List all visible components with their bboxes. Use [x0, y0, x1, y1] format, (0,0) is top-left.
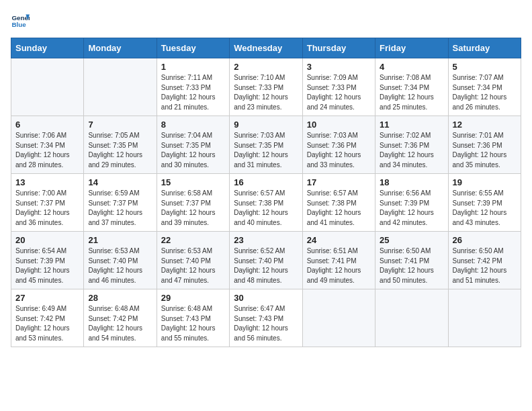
day-number: 28	[88, 293, 152, 303]
day-number: 6	[15, 120, 79, 130]
day-info: Sunrise: 6:49 AM Sunset: 7:42 PM Dayligh…	[15, 304, 79, 343]
day-info: Sunrise: 6:52 AM Sunset: 7:40 PM Dayligh…	[234, 246, 298, 285]
calendar-cell	[84, 58, 157, 116]
weekday-header-saturday: Saturday	[448, 38, 521, 58]
weekday-header-friday: Friday	[375, 38, 448, 58]
day-info: Sunrise: 6:57 AM Sunset: 7:38 PM Dayligh…	[234, 189, 298, 228]
day-info: Sunrise: 7:04 AM Sunset: 7:35 PM Dayligh…	[161, 131, 225, 170]
day-number: 1	[161, 62, 225, 72]
calendar-cell: 27Sunrise: 6:49 AM Sunset: 7:42 PM Dayli…	[11, 289, 84, 347]
calendar-cell: 21Sunrise: 6:53 AM Sunset: 7:40 PM Dayli…	[84, 232, 157, 289]
day-number: 18	[380, 177, 443, 187]
day-number: 9	[234, 120, 298, 130]
calendar-cell	[448, 289, 521, 347]
day-number: 24	[307, 235, 371, 245]
calendar-cell: 16Sunrise: 6:57 AM Sunset: 7:38 PM Dayli…	[230, 174, 302, 232]
calendar-cell: 8Sunrise: 7:04 AM Sunset: 7:35 PM Daylig…	[157, 116, 229, 174]
day-number: 23	[234, 235, 298, 245]
day-number: 19	[453, 177, 517, 187]
calendar-cell: 30Sunrise: 6:47 AM Sunset: 7:43 PM Dayli…	[230, 289, 302, 347]
day-info: Sunrise: 7:08 AM Sunset: 7:34 PM Dayligh…	[380, 73, 443, 112]
calendar-cell: 20Sunrise: 6:54 AM Sunset: 7:39 PM Dayli…	[11, 232, 84, 289]
calendar-cell: 2Sunrise: 7:10 AM Sunset: 7:33 PM Daylig…	[230, 58, 302, 116]
weekday-header-sunday: Sunday	[11, 38, 84, 58]
calendar-cell: 19Sunrise: 6:55 AM Sunset: 7:39 PM Dayli…	[448, 174, 521, 232]
day-number: 30	[234, 293, 298, 303]
calendar-cell: 14Sunrise: 6:59 AM Sunset: 7:37 PM Dayli…	[84, 174, 157, 232]
day-info: Sunrise: 7:03 AM Sunset: 7:35 PM Dayligh…	[234, 131, 298, 170]
weekday-header-wednesday: Wednesday	[230, 38, 302, 58]
calendar-cell: 11Sunrise: 7:02 AM Sunset: 7:36 PM Dayli…	[375, 116, 448, 174]
calendar-week-row: 20Sunrise: 6:54 AM Sunset: 7:39 PM Dayli…	[11, 232, 521, 289]
calendar-cell: 12Sunrise: 7:01 AM Sunset: 7:36 PM Dayli…	[448, 116, 521, 174]
day-number: 13	[15, 177, 79, 187]
calendar-cell: 4Sunrise: 7:08 AM Sunset: 7:34 PM Daylig…	[375, 58, 448, 116]
day-info: Sunrise: 6:47 AM Sunset: 7:43 PM Dayligh…	[234, 304, 298, 343]
day-number: 27	[15, 293, 79, 303]
day-info: Sunrise: 6:50 AM Sunset: 7:41 PM Dayligh…	[380, 246, 443, 285]
day-number: 15	[161, 177, 225, 187]
day-info: Sunrise: 6:48 AM Sunset: 7:43 PM Dayligh…	[161, 304, 225, 343]
calendar-week-row: 1Sunrise: 7:11 AM Sunset: 7:33 PM Daylig…	[11, 58, 521, 116]
day-number: 7	[88, 120, 152, 130]
day-number: 5	[453, 62, 517, 72]
calendar-cell: 22Sunrise: 6:53 AM Sunset: 7:40 PM Dayli…	[157, 232, 229, 289]
calendar-cell	[302, 289, 375, 347]
calendar-cell: 28Sunrise: 6:48 AM Sunset: 7:42 PM Dayli…	[84, 289, 157, 347]
logo-icon: General Blue	[11, 11, 30, 30]
day-info: Sunrise: 7:03 AM Sunset: 7:36 PM Dayligh…	[307, 131, 371, 170]
day-info: Sunrise: 7:06 AM Sunset: 7:34 PM Dayligh…	[15, 131, 79, 170]
calendar-week-row: 6Sunrise: 7:06 AM Sunset: 7:34 PM Daylig…	[11, 116, 521, 174]
calendar-cell: 13Sunrise: 7:00 AM Sunset: 7:37 PM Dayli…	[11, 174, 84, 232]
day-info: Sunrise: 6:53 AM Sunset: 7:40 PM Dayligh…	[88, 246, 152, 285]
calendar-week-row: 13Sunrise: 7:00 AM Sunset: 7:37 PM Dayli…	[11, 174, 521, 232]
day-info: Sunrise: 6:50 AM Sunset: 7:42 PM Dayligh…	[453, 246, 517, 285]
calendar-cell: 10Sunrise: 7:03 AM Sunset: 7:36 PM Dayli…	[302, 116, 375, 174]
svg-text:Blue: Blue	[11, 21, 26, 28]
day-info: Sunrise: 6:55 AM Sunset: 7:39 PM Dayligh…	[453, 189, 517, 228]
day-number: 3	[307, 62, 371, 72]
day-number: 11	[380, 120, 443, 130]
day-info: Sunrise: 6:51 AM Sunset: 7:41 PM Dayligh…	[307, 246, 371, 285]
day-info: Sunrise: 7:07 AM Sunset: 7:34 PM Dayligh…	[453, 73, 517, 112]
calendar-week-row: 27Sunrise: 6:49 AM Sunset: 7:42 PM Dayli…	[11, 289, 521, 347]
day-number: 4	[380, 62, 443, 72]
day-info: Sunrise: 6:57 AM Sunset: 7:38 PM Dayligh…	[307, 189, 371, 228]
day-number: 29	[161, 293, 225, 303]
calendar-cell: 3Sunrise: 7:09 AM Sunset: 7:33 PM Daylig…	[302, 58, 375, 116]
day-info: Sunrise: 7:10 AM Sunset: 7:33 PM Dayligh…	[234, 73, 298, 112]
day-info: Sunrise: 7:09 AM Sunset: 7:33 PM Dayligh…	[307, 73, 371, 112]
calendar-cell: 7Sunrise: 7:05 AM Sunset: 7:35 PM Daylig…	[84, 116, 157, 174]
day-number: 14	[88, 177, 152, 187]
calendar-cell: 1Sunrise: 7:11 AM Sunset: 7:33 PM Daylig…	[157, 58, 229, 116]
day-number: 10	[307, 120, 371, 130]
day-info: Sunrise: 7:00 AM Sunset: 7:37 PM Dayligh…	[15, 189, 79, 228]
day-info: Sunrise: 7:01 AM Sunset: 7:36 PM Dayligh…	[453, 131, 517, 170]
day-number: 26	[453, 235, 517, 245]
calendar-cell: 23Sunrise: 6:52 AM Sunset: 7:40 PM Dayli…	[230, 232, 302, 289]
day-number: 22	[161, 235, 225, 245]
weekday-header-monday: Monday	[84, 38, 157, 58]
day-info: Sunrise: 6:53 AM Sunset: 7:40 PM Dayligh…	[161, 246, 225, 285]
calendar-cell: 29Sunrise: 6:48 AM Sunset: 7:43 PM Dayli…	[157, 289, 229, 347]
day-number: 17	[307, 177, 371, 187]
calendar-cell: 15Sunrise: 6:58 AM Sunset: 7:37 PM Dayli…	[157, 174, 229, 232]
day-number: 16	[234, 177, 298, 187]
day-info: Sunrise: 7:11 AM Sunset: 7:33 PM Dayligh…	[161, 73, 225, 112]
weekday-header-row: SundayMondayTuesdayWednesdayThursdayFrid…	[11, 38, 521, 58]
day-number: 8	[161, 120, 225, 130]
day-number: 2	[234, 62, 298, 72]
calendar-table: SundayMondayTuesdayWednesdayThursdayFrid…	[11, 38, 521, 347]
calendar-cell: 26Sunrise: 6:50 AM Sunset: 7:42 PM Dayli…	[448, 232, 521, 289]
day-info: Sunrise: 7:02 AM Sunset: 7:36 PM Dayligh…	[380, 131, 443, 170]
calendar-cell: 25Sunrise: 6:50 AM Sunset: 7:41 PM Dayli…	[375, 232, 448, 289]
calendar-cell: 6Sunrise: 7:06 AM Sunset: 7:34 PM Daylig…	[11, 116, 84, 174]
logo: General Blue	[11, 11, 32, 30]
day-number: 12	[453, 120, 517, 130]
day-info: Sunrise: 6:59 AM Sunset: 7:37 PM Dayligh…	[88, 189, 152, 228]
calendar-cell: 18Sunrise: 6:56 AM Sunset: 7:39 PM Dayli…	[375, 174, 448, 232]
calendar-cell: 17Sunrise: 6:57 AM Sunset: 7:38 PM Dayli…	[302, 174, 375, 232]
day-number: 21	[88, 235, 152, 245]
weekday-header-thursday: Thursday	[302, 38, 375, 58]
day-info: Sunrise: 7:05 AM Sunset: 7:35 PM Dayligh…	[88, 131, 152, 170]
